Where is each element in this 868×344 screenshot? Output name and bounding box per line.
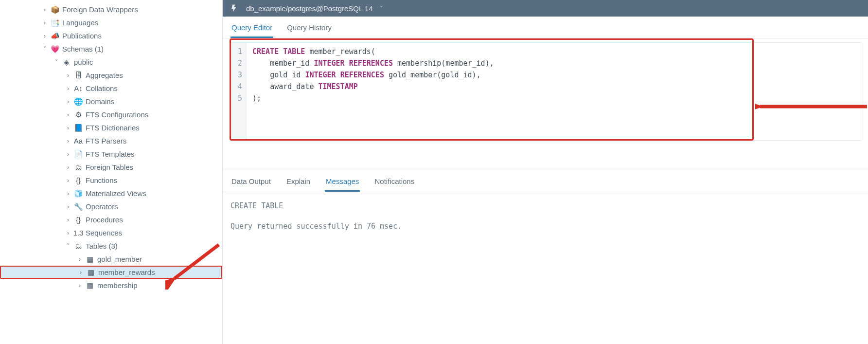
tree-item-publications[interactable]: ›📣Publications <box>0 29 222 42</box>
chevron-icon[interactable]: › <box>77 256 83 263</box>
tree-item-tables-3-[interactable]: ˅🗂Tables (3) <box>0 239 222 253</box>
tree-item-fts-dictionaries[interactable]: ›📘FTS Dictionaries <box>0 121 222 134</box>
node-label: FTS Dictionaries <box>86 124 140 132</box>
output-line-status: Query returned successfully in 76 msec. <box>230 219 860 233</box>
tree-item-procedures[interactable]: ›{}Procedures <box>0 213 222 226</box>
tab-query-editor[interactable]: Query Editor <box>230 20 273 38</box>
tree-item-membership[interactable]: ›▦membership <box>0 279 222 292</box>
sql-editor[interactable]: 1 2 3 4 5 CREATE TABLE member_rewards( m… <box>230 42 861 141</box>
tree-item-materialized-views[interactable]: ›🧊Materialized Views <box>0 187 222 200</box>
node-icon: 🗂 <box>74 163 83 172</box>
chevron-icon[interactable]: ˅ <box>53 59 59 66</box>
node-label: Aggregates <box>86 71 123 79</box>
chevron-icon[interactable]: › <box>42 33 48 39</box>
tab-notifications[interactable]: Notifications <box>373 175 415 192</box>
node-icon: {} <box>74 216 83 224</box>
sql-code-area[interactable]: CREATE TABLE member_rewards( member_id I… <box>247 43 861 140</box>
tree-item-domains[interactable]: ›🌐Domains <box>0 95 222 108</box>
tree-item-member-rewards[interactable]: ›▦member_rewards <box>0 266 222 279</box>
node-label: FTS Configurations <box>86 110 148 119</box>
chevron-icon[interactable]: › <box>78 269 84 276</box>
chevron-icon[interactable]: › <box>65 72 71 79</box>
node-icon: ◈ <box>62 58 71 67</box>
node-icon: 💗 <box>51 45 59 54</box>
tree-item-foreign-tables[interactable]: ›🗂Foreign Tables <box>0 161 222 174</box>
node-icon: 📦 <box>51 5 59 14</box>
node-icon: Aa <box>74 137 83 145</box>
node-icon: ▦ <box>87 268 95 277</box>
chevron-icon[interactable]: › <box>65 111 71 118</box>
messages-output: CREATE TABLE Query returned successfully… <box>223 192 868 240</box>
chevron-icon[interactable]: › <box>65 98 71 105</box>
node-label: Procedures <box>86 216 123 224</box>
chevron-icon[interactable]: › <box>42 19 48 26</box>
node-icon: 📘 <box>74 124 83 132</box>
tree-item-operators[interactable]: ›🔧Operators <box>0 200 222 213</box>
node-label: membership <box>97 281 138 290</box>
node-icon: ⚙ <box>74 110 83 119</box>
node-icon: 1.3 <box>74 229 83 237</box>
chevron-icon[interactable]: › <box>65 190 71 197</box>
node-icon: 🗂 <box>74 242 83 251</box>
node-label: Domains <box>86 97 114 106</box>
node-icon: ▦ <box>86 281 94 290</box>
tab-query-history[interactable]: Query History <box>286 20 333 38</box>
node-label: Publications <box>62 32 102 40</box>
tree-item-functions[interactable]: ›{}Functions <box>0 174 222 187</box>
output-tabs: Data Output Explain Messages Notificatio… <box>223 169 868 192</box>
chevron-icon[interactable]: › <box>42 6 48 13</box>
chevron-icon[interactable]: › <box>65 177 71 184</box>
node-label: FTS Parsers <box>86 137 126 145</box>
chevron-down-icon[interactable]: ˅ <box>380 5 383 12</box>
node-label: Schemas (1) <box>62 45 104 53</box>
line-number-gutter: 1 2 3 4 5 <box>230 43 247 140</box>
node-label: Foreign Tables <box>86 163 133 171</box>
node-icon: ▦ <box>86 255 94 264</box>
tab-explain[interactable]: Explain <box>285 175 311 192</box>
output-line-create: CREATE TABLE <box>230 199 860 213</box>
chevron-icon[interactable]: › <box>65 138 71 145</box>
tree-item-schemas-1-[interactable]: ˅💗Schemas (1) <box>0 42 222 55</box>
chevron-icon[interactable]: ˅ <box>65 243 71 250</box>
tab-data-output[interactable]: Data Output <box>230 175 272 192</box>
tree-item-public[interactable]: ˅◈public <box>0 55 222 69</box>
tree-item-fts-parsers[interactable]: ›AaFTS Parsers <box>0 134 222 147</box>
tree-item-fts-templates[interactable]: ›📄FTS Templates <box>0 147 222 161</box>
node-label: Tables (3) <box>86 242 118 250</box>
chevron-icon[interactable]: › <box>65 203 71 210</box>
object-browser-tree[interactable]: ›📦Foreign Data Wrappers›📑Languages›📣Publ… <box>0 0 223 344</box>
node-label: Functions <box>86 176 117 184</box>
chevron-icon[interactable]: › <box>77 282 83 289</box>
node-icon: {} <box>74 176 83 185</box>
tree-item-languages[interactable]: ›📑Languages <box>0 16 222 29</box>
tree-item-collations[interactable]: ›A↕Collations <box>0 82 222 95</box>
node-icon: 📑 <box>51 18 59 27</box>
lightning-icon <box>230 3 239 13</box>
tree-item-sequences[interactable]: ›1.3Sequences <box>0 226 222 239</box>
chevron-icon[interactable]: › <box>65 85 71 92</box>
editor-tabs: Query Editor Query History <box>223 17 868 38</box>
tree-item-aggregates[interactable]: ›🗄Aggregates <box>0 69 222 82</box>
node-label: Operators <box>86 202 118 211</box>
tree-item-fts-configurations[interactable]: ›⚙FTS Configurations <box>0 108 222 121</box>
node-icon: 🧊 <box>74 189 83 198</box>
chevron-icon[interactable]: › <box>65 164 71 171</box>
node-label: FTS Templates <box>86 150 135 158</box>
chevron-icon[interactable]: › <box>65 151 71 158</box>
node-icon: 🔧 <box>74 202 83 211</box>
chevron-icon[interactable]: › <box>65 230 71 236</box>
tree-item-gold-member[interactable]: ›▦gold_member <box>0 253 222 266</box>
chevron-icon[interactable]: › <box>65 217 71 223</box>
tree-item-foreign-data-wrappers[interactable]: ›📦Foreign Data Wrappers <box>0 3 222 16</box>
main-panel: db_example/postgres@PostgreSQL 14 ˅ Quer… <box>223 0 868 344</box>
node-label: Languages <box>62 18 98 27</box>
node-label: Collations <box>86 84 118 92</box>
node-label: Foreign Data Wrappers <box>62 5 138 14</box>
tab-messages[interactable]: Messages <box>325 175 360 192</box>
chevron-icon[interactable]: ˅ <box>42 46 48 53</box>
node-icon: 🗄 <box>74 71 83 80</box>
node-label: Sequences <box>86 229 122 237</box>
node-label: gold_member <box>97 255 142 263</box>
query-tool-titlebar: db_example/postgres@PostgreSQL 14 ˅ <box>223 0 868 17</box>
chevron-icon[interactable]: › <box>65 125 71 131</box>
